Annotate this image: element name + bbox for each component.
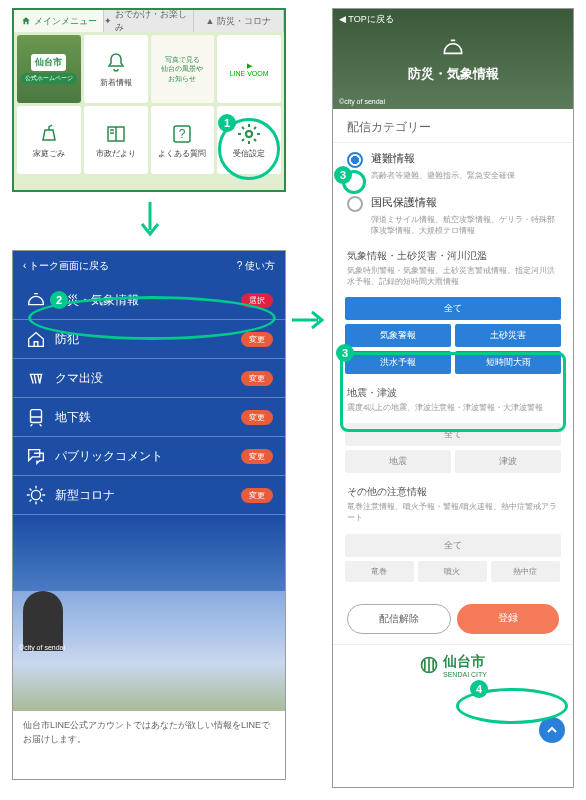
trash-icon — [37, 122, 61, 146]
panel-header: ‹ トーク画面に戻る ? 使い方 — [13, 251, 285, 281]
virus-icon — [25, 484, 47, 506]
marker-2: 2 — [50, 291, 68, 309]
tile-news[interactable]: 新着情報 — [84, 35, 148, 103]
group-desc: 竜巻注意情報、噴火予報・警報/噴火速報、熱中症警戒アラート — [333, 501, 573, 529]
tile-photo[interactable]: 写真で見る 仙台の風景や お知らせ — [151, 35, 215, 103]
menu-item-corona[interactable]: 新型コロナ 変更 — [13, 476, 285, 515]
chip-weather-warning[interactable]: 気象警報 — [345, 324, 451, 347]
marker-3b: 3 — [336, 344, 354, 362]
badge-change: 変更 — [241, 371, 273, 386]
badge-change: 変更 — [241, 488, 273, 503]
bear-icon — [25, 367, 47, 389]
button-row: 配信解除 登録 — [333, 588, 573, 644]
hero-banner: ◀ TOPに戻る 防災・気象情報 ©city of sendai — [333, 9, 573, 109]
train-icon — [25, 406, 47, 428]
tile-newsletter[interactable]: 市政だより — [84, 106, 148, 174]
chip-group-other: 全て 竜巻 噴火 熱中症 — [333, 530, 573, 588]
image-credit: ©city of sendai — [19, 644, 65, 651]
tile-logo[interactable]: 仙台市 公式ホームページ — [17, 35, 81, 103]
bell-icon — [104, 51, 128, 75]
newspaper-icon — [104, 122, 128, 146]
panel-footer: 仙台市SENDAI CITY — [333, 644, 573, 686]
group-title-other: その他の注意情報 — [333, 479, 573, 501]
tab-bar: メインメニュー ✦おでかけ・お楽しみ ▲防災・コロナ — [14, 10, 284, 32]
unsubscribe-button[interactable]: 配信解除 — [347, 604, 451, 634]
tab-outing[interactable]: ✦おでかけ・お楽しみ — [104, 10, 194, 32]
radio-protection[interactable]: 国民保護情報 — [333, 187, 573, 214]
tile-faq[interactable]: ? よくある質問 — [151, 106, 215, 174]
tab-disaster[interactable]: ▲防災・コロナ — [194, 10, 284, 32]
svg-rect-3 — [31, 410, 42, 423]
tile-voom[interactable]: ▶LINE VOOM — [217, 35, 281, 103]
group-desc: 気象特別警報・気象警報、土砂災害警戒情報、指定河川洪水予報、記録的短時間大雨情報 — [333, 265, 573, 293]
question-icon: ? — [170, 122, 194, 146]
group-title-weather: 気象情報・土砂災害・河川氾濫 — [333, 243, 573, 265]
radio-desc: 弾道ミサイル情報、航空攻撃情報、ゲリラ・特殊部隊攻撃情報、大規模テロ情報 — [333, 214, 573, 242]
back-link[interactable]: ‹ トーク画面に戻る — [23, 259, 109, 273]
radio-desc: 高齢者等避難、避難指示、緊急安全確保 — [333, 170, 573, 187]
tile-trash[interactable]: 家庭ごみ — [17, 106, 81, 174]
section-title: 配信カテゴリー — [333, 109, 573, 143]
marker-3a: 3 — [334, 166, 352, 184]
help-link[interactable]: ? 使い方 — [237, 259, 275, 273]
badge-change: 変更 — [241, 410, 273, 425]
badge-change: 変更 — [241, 449, 273, 464]
chip-earthquake[interactable]: 地震 — [345, 450, 451, 473]
hero-title: 防災・気象情報 — [408, 65, 499, 83]
chip-all[interactable]: 全て — [345, 297, 561, 320]
svg-point-4 — [31, 490, 40, 499]
chip-landslide[interactable]: 土砂災害 — [455, 324, 561, 347]
radio-checked-icon — [347, 152, 363, 168]
radio-evacuation[interactable]: 避難情報 — [333, 143, 573, 170]
menu-item-pubcom[interactable]: パブリックコメント 変更 — [13, 437, 285, 476]
helmet-icon — [440, 35, 466, 61]
marker-4: 4 — [470, 680, 488, 698]
comment-icon — [25, 445, 47, 467]
chip-tsunami[interactable]: 津波 — [455, 450, 561, 473]
chip-heatstroke[interactable]: 熱中症 — [491, 561, 560, 582]
arrow-down-icon — [140, 200, 160, 240]
house-icon — [25, 328, 47, 350]
sendai-logo-icon — [419, 655, 439, 675]
menu-list: 防災・気象情報 選択 防犯 変更 クマ出没 変更 地下鉄 変更 パブリックコメン… — [13, 281, 285, 711]
menu-item-subway[interactable]: 地下鉄 変更 — [13, 398, 285, 437]
chevron-up-icon — [546, 724, 558, 736]
back-to-top[interactable]: ◀ TOPに戻る — [339, 13, 394, 26]
chip-tornado[interactable]: 竜巻 — [345, 561, 414, 582]
register-button[interactable]: 登録 — [457, 604, 559, 634]
highlight-3b — [340, 352, 566, 432]
chip-eruption[interactable]: 噴火 — [418, 561, 487, 582]
image-credit: ©city of sendai — [339, 98, 385, 105]
panel-footer-text: 仙台市LINE公式アカウントではあなたが欲しい情報をLINEでお届けします。 — [13, 711, 285, 754]
chip-all[interactable]: 全て — [345, 534, 561, 557]
statue-silhouette — [23, 591, 63, 651]
arrow-right-icon — [290, 310, 326, 330]
radio-unchecked-icon — [347, 196, 363, 212]
tab-main[interactable]: メインメニュー — [14, 10, 104, 32]
marker-1: 1 — [218, 114, 236, 132]
svg-text:?: ? — [179, 127, 186, 141]
badge-change: 変更 — [241, 332, 273, 347]
menu-item-bear[interactable]: クマ出没 変更 — [13, 359, 285, 398]
